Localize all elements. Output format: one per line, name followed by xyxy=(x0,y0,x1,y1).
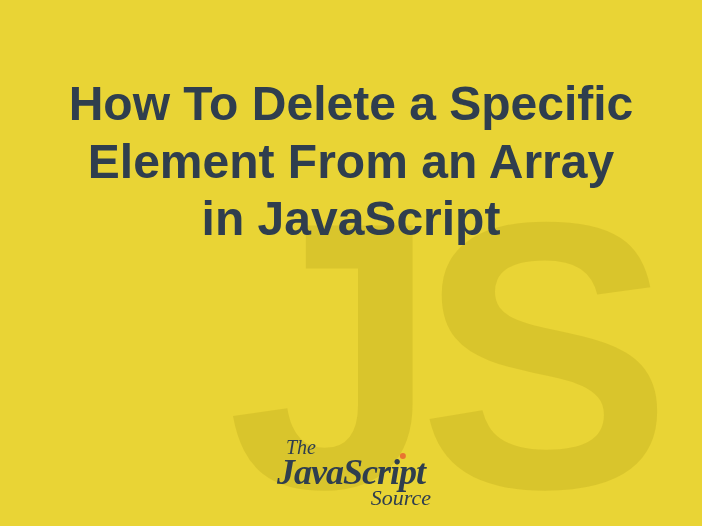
logo-java-text: Java xyxy=(277,451,343,493)
logo-main-row: Java Script xyxy=(271,451,431,493)
logo-script-inner: Script xyxy=(343,452,425,492)
site-logo: The Java Script Source xyxy=(271,436,431,511)
article-title: How To Delete a Specific Element From an… xyxy=(0,75,702,248)
logo-script-text: Script xyxy=(343,451,425,493)
